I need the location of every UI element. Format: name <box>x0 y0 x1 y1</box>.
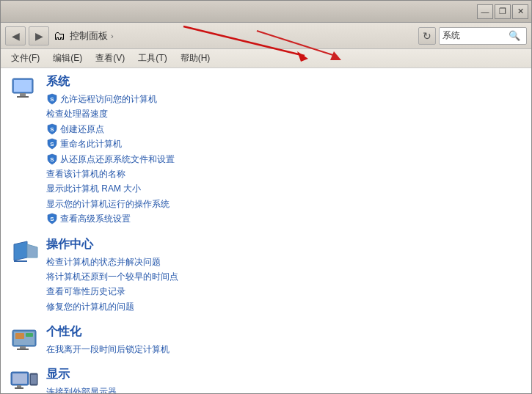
system-link-2[interactable]: S 创建还原点 <box>46 122 522 136</box>
menu-view[interactable]: 查看(V) <box>90 51 131 66</box>
content-area: 系统 S 允许远程访问您的计算机 检查处理器速度 S 创建还原点 S 重命名此计… <box>1 68 531 393</box>
system-link-8[interactable]: S 查看高级系统设置 <box>46 211 522 226</box>
shield-icon-2: S <box>46 123 58 135</box>
section-personalization: 个性化 在我离开一段时间后锁定计算机 <box>10 324 522 357</box>
shield-icon-8: S <box>46 213 58 225</box>
action-center-link-0[interactable]: 检查计算机的状态并解决问题 <box>46 255 522 269</box>
svg-rect-25 <box>31 375 37 384</box>
svg-rect-19 <box>26 333 33 337</box>
shield-icon-0: S <box>46 93 58 105</box>
svg-rect-21 <box>12 373 27 384</box>
section-system: 系统 S 允许远程访问您的计算机 检查处理器速度 S 创建还原点 S 重命名此计… <box>10 74 522 227</box>
breadcrumb-arrow: › <box>111 32 114 40</box>
action-center-link-2[interactable]: 查看可靠性历史记录 <box>46 284 522 299</box>
svg-text:S: S <box>50 96 54 103</box>
action-center-link-3[interactable]: 修复您的计算机的问题 <box>46 299 522 314</box>
svg-rect-22 <box>17 385 21 387</box>
toolbar: ◀ ▶ 🗂 控制面板 › ↻ 🔍 <box>1 23 531 49</box>
forward-icon: ▶ <box>35 30 43 42</box>
display-link-0[interactable]: 连接到外部显示器 <box>46 384 522 393</box>
forward-button[interactable]: ▶ <box>29 26 49 45</box>
folder-icon: 🗂 <box>52 29 67 43</box>
refresh-icon: ↻ <box>423 30 431 42</box>
action-center-title[interactable]: 操作中心 <box>46 237 522 252</box>
back-button[interactable]: ◀ <box>5 26 26 45</box>
action-center-content: 操作中心 检查计算机的状态并解决问题 将计算机还原到一个较早的时间点 查看可靠性… <box>46 237 522 315</box>
menu-tools[interactable]: 工具(T) <box>132 51 172 66</box>
title-bar-controls: — ❐ ✕ <box>477 4 528 19</box>
svg-rect-3 <box>14 80 32 92</box>
personalization-link-0[interactable]: 在我离开一段时间后锁定计算机 <box>46 342 522 357</box>
svg-rect-17 <box>17 349 29 350</box>
system-icon <box>10 74 39 103</box>
menu-file[interactable]: 文件(F) <box>5 51 45 66</box>
minimize-button[interactable]: — <box>477 4 493 19</box>
personalization-icon <box>10 324 39 354</box>
display-content: 显示 连接到外部显示器 <box>46 367 522 393</box>
system-link-1[interactable]: 检查处理器速度 <box>46 106 522 121</box>
window: — ❐ ✕ ◀ ▶ 🗂 控制面板 › ↻ 🔍 文件(F) 编辑(E) <box>0 0 532 394</box>
svg-rect-23 <box>15 387 23 389</box>
system-link-3[interactable]: S 重命名此计算机 <box>46 136 522 151</box>
svg-rect-18 <box>15 333 24 339</box>
svg-text:S: S <box>50 126 54 133</box>
svg-marker-11 <box>14 241 27 260</box>
breadcrumb-label: 控制面板 <box>70 29 108 43</box>
back-icon: ◀ <box>12 30 20 42</box>
section-display: 显示 连接到外部显示器 <box>10 367 522 393</box>
system-link-5[interactable]: 查看该计算机的名称 <box>46 167 522 181</box>
shield-icon-4: S <box>46 153 58 165</box>
search-box[interactable]: 🔍 <box>439 27 527 45</box>
action-center-link-1[interactable]: 将计算机还原到一个较早的时间点 <box>46 269 522 284</box>
refresh-button[interactable]: ↻ <box>418 27 436 45</box>
svg-marker-12 <box>27 244 37 258</box>
menu-help[interactable]: 帮助(H) <box>175 51 216 66</box>
display-icon <box>10 367 39 393</box>
address-bar: 🗂 控制面板 › <box>52 29 415 43</box>
search-icon: 🔍 <box>509 30 520 41</box>
system-link-0[interactable]: S 允许远程访问您的计算机 <box>46 92 522 106</box>
svg-text:S: S <box>50 156 54 163</box>
action-center-icon <box>10 237 39 266</box>
svg-text:S: S <box>50 216 54 222</box>
main-area: 系统 S 允许远程访问您的计算机 检查处理器速度 S 创建还原点 S 重命名此计… <box>1 68 531 393</box>
system-link-4[interactable]: S 从还原点还原系统文件和设置 <box>46 152 522 167</box>
svg-rect-16 <box>20 346 26 349</box>
svg-rect-5 <box>17 96 29 98</box>
system-title[interactable]: 系统 <box>46 74 522 90</box>
title-bar: — ❐ ✕ <box>1 1 531 23</box>
shield-icon-3: S <box>46 138 58 150</box>
svg-rect-13 <box>14 260 27 262</box>
system-link-6[interactable]: 显示此计算机 RAM 大小 <box>46 181 522 196</box>
personalization-content: 个性化 在我离开一段时间后锁定计算机 <box>46 324 522 357</box>
svg-text:S: S <box>50 141 54 147</box>
svg-rect-4 <box>20 93 26 96</box>
search-input[interactable] <box>442 31 509 41</box>
menu-edit[interactable]: 编辑(E) <box>47 51 88 66</box>
restore-button[interactable]: ❐ <box>495 4 511 19</box>
personalization-title[interactable]: 个性化 <box>46 324 522 340</box>
menu-bar: 文件(F) 编辑(E) 查看(V) 工具(T) 帮助(H) <box>1 49 531 68</box>
section-action-center: 操作中心 检查计算机的状态并解决问题 将计算机还原到一个较早的时间点 查看可靠性… <box>10 237 522 315</box>
display-title[interactable]: 显示 <box>46 367 522 382</box>
system-content: 系统 S 允许远程访问您的计算机 检查处理器速度 S 创建还原点 S 重命名此计… <box>46 74 522 227</box>
system-link-7[interactable]: 显示您的计算机运行的操作系统 <box>46 197 522 211</box>
close-button[interactable]: ✕ <box>512 4 528 19</box>
